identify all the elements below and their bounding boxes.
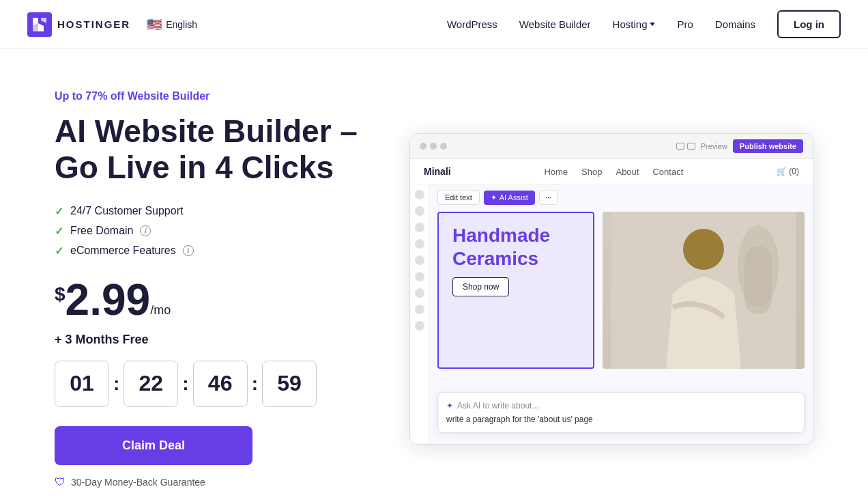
hero-right: Preview Publish website Minali Home Shop… [409,133,813,445]
site-nav-links: Home Shop About Contact [544,167,683,177]
timer-sep-1: : [113,373,119,395]
login-button[interactable]: Log in [777,10,841,38]
claim-deal-button[interactable]: Claim Deal [55,426,252,465]
publish-button[interactable]: Publish website [733,139,803,153]
browser-mockup: Preview Publish website Minali Home Shop… [409,133,813,445]
tool-9[interactable] [415,321,424,331]
nav-hosting[interactable]: Hosting [613,18,656,30]
language-selector[interactable]: 🇺🇸 English [147,17,197,32]
ai-panel: ✦ Ask AI to write about... write a parag… [437,392,805,433]
site-nav-bar: Minali Home Shop About Contact 🛒 (0) [410,159,813,184]
free-months: + 3 Months Free [55,333,382,347]
more-options-button[interactable]: ··· [539,190,558,205]
canvas-headline: Handmade Ceramics [452,224,579,270]
nav-domains[interactable]: Domains [715,18,755,30]
browser-squares [676,143,695,150]
price-block: $ 2.99 /mo [55,278,382,322]
person-image [603,212,805,369]
browser-controls: Preview Publish website [676,139,803,153]
browser-sq-1 [676,143,684,150]
site-nav-about[interactable]: About [616,167,639,177]
timer-hours: 01 [55,361,109,407]
feature-customer-support: ✓ 24/7 Customer Support [55,205,382,218]
timer-sep-3: : [252,373,258,395]
ai-panel-text[interactable]: write a paragraph for the 'about us' pag… [446,415,796,424]
ai-panel-title: ✦ Ask AI to write about... [446,401,796,410]
chevron-down-icon [650,23,655,26]
tool-5[interactable] [415,255,424,265]
browser-dot-2 [430,143,437,150]
tool-4[interactable] [415,239,424,249]
price-period: /mo [150,304,171,316]
canvas-content: Handmade Ceramics Shop now [429,212,813,369]
logo[interactable]: HOSTINGER [27,12,130,37]
check-icon: ✓ [55,225,63,238]
timer-ms: 59 [262,361,317,407]
sidebar-tools [410,184,429,444]
promo-text: Up to 77% off Website Builder [55,90,382,102]
svg-point-4 [683,229,724,270]
feature-ecommerce: ✓ eCommerce Features i [55,245,382,257]
nav-left: HOSTINGER 🇺🇸 English [27,12,197,37]
site-logo: Minali [424,166,451,177]
site-nav-contact[interactable]: Contact [652,167,683,177]
info-icon[interactable]: i [140,225,151,236]
builder-area: Edit text ✦ AI Assist ··· Handmade Ceram… [410,184,813,444]
countdown-timer: 01 : 22 : 46 : 59 [55,361,382,407]
check-icon: ✓ [55,205,63,218]
site-nav-home[interactable]: Home [544,167,568,177]
svg-rect-3 [744,246,772,314]
canvas-area: Edit text ✦ AI Assist ··· Handmade Ceram… [429,184,813,444]
edit-text-button[interactable]: Edit text [437,190,480,205]
text-block-selected[interactable]: Handmade Ceramics Shop now [437,212,594,369]
hero-image [603,212,805,369]
features-list: ✓ 24/7 Customer Support ✓ Free Domain i … [55,205,382,257]
logo-text: HOSTINGER [57,18,130,30]
nav-wordpress[interactable]: WordPress [447,18,497,30]
ai-assist-button[interactable]: ✦ AI Assist [484,191,535,205]
feature-free-domain: ✓ Free Domain i [55,225,382,238]
hero-section: Up to 77% off Website Builder AI Website… [0,49,868,502]
site-nav-shop[interactable]: Shop [581,167,602,177]
tool-2[interactable] [415,206,424,216]
price-amount: 2.99 [66,278,151,322]
site-cart: 🛒 (0) [777,167,799,176]
timer-sep-2: : [182,373,188,395]
nav-website-builder[interactable]: Website Builder [519,18,591,30]
browser-sq-2 [687,143,695,150]
lang-label: English [166,19,197,30]
edit-toolbar: Edit text ✦ AI Assist ··· [437,190,805,205]
timer-seconds: 46 [193,361,248,407]
tool-8[interactable] [415,305,424,314]
flag-icon: 🇺🇸 [147,17,162,32]
browser-bar: Preview Publish website [410,134,813,159]
hero-left: Up to 77% off Website Builder AI Website… [55,90,382,488]
timer-minutes: 22 [124,361,178,407]
ai-sparkle-icon: ✦ [446,401,453,410]
browser-dots [420,143,447,150]
browser-dot-3 [440,143,447,150]
promo-percent: 77% [85,90,107,102]
check-icon: ✓ [55,245,63,257]
nav-pro[interactable]: Pro [677,18,693,30]
browser-dot-1 [420,143,426,150]
guarantee-text: 🛡 30-Day Money-Back Guarantee [55,476,382,488]
tool-3[interactable] [415,223,424,232]
price-dollar: $ [55,285,66,304]
price-display: $ 2.99 /mo [55,278,382,322]
info-icon[interactable]: i [183,245,194,256]
hero-headline: AI Website Builder – Go Live in 4 Clicks [55,113,382,186]
sparkle-icon: ✦ [491,193,497,202]
navigation: HOSTINGER 🇺🇸 English WordPress Website B… [0,0,868,49]
tool-7[interactable] [415,288,424,298]
tool-6[interactable] [415,272,424,281]
shop-now-button[interactable]: Shop now [452,277,509,296]
shield-icon: 🛡 [55,476,66,488]
preview-label[interactable]: Preview [701,142,727,150]
nav-right: WordPress Website Builder Hosting Pro Do… [447,10,841,38]
tool-1[interactable] [415,190,424,199]
